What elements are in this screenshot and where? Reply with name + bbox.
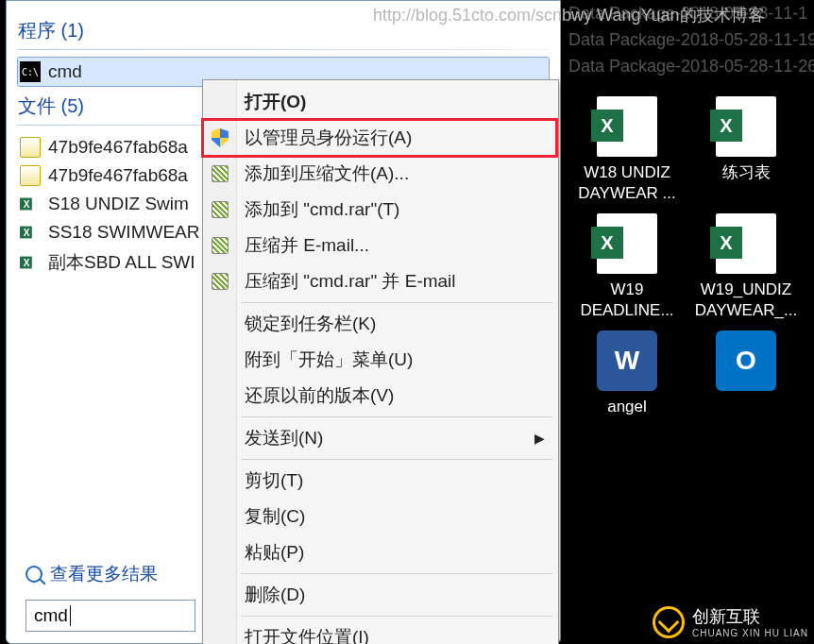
cm-label: 打开(O): [245, 90, 306, 114]
excel-icon: [716, 96, 776, 157]
cm-label: 以管理员身份运行(A): [245, 126, 412, 150]
rar-icon: [209, 162, 231, 185]
outlook-icon: O: [716, 330, 776, 391]
script-icon: [20, 137, 41, 158]
cm-label: 附到「开始」菜单(U): [245, 347, 413, 372]
see-more-label: 查看更多结果: [50, 562, 158, 586]
icon-label: W18 UNDIZ DAYWEAR ...: [570, 162, 684, 204]
rar-icon: [209, 270, 231, 293]
icon-label: angel: [607, 397, 647, 417]
icon-label: W19_UNDIZ DAYWEAR_...: [689, 280, 803, 321]
result-label: cmd: [48, 61, 82, 82]
cm-cut[interactable]: 剪切(T): [203, 463, 556, 499]
header-count: (5): [61, 95, 84, 116]
brand-logo-icon: [653, 606, 685, 638]
cm-label: 删除(D): [245, 583, 305, 607]
script-icon: [20, 165, 41, 186]
result-label: 47b9fe467fab68a: [48, 137, 188, 158]
cm-label: 锁定到任务栏(K): [245, 312, 376, 336]
see-more-results[interactable]: 查看更多结果: [25, 562, 158, 586]
cm-label: 打开文件位置(I): [245, 625, 369, 644]
cm-label: 粘贴(P): [245, 540, 304, 565]
cm-copy[interactable]: 复制(C): [203, 499, 556, 534]
cm-restore-previous[interactable]: 还原以前的版本(V): [203, 378, 556, 414]
icon-label: 练习表: [722, 162, 771, 183]
icon-label: W19 DEADLINE...: [570, 280, 684, 321]
cm-pin-taskbar[interactable]: 锁定到任务栏(K): [203, 306, 556, 342]
brand-name: 创新互联: [692, 605, 808, 628]
cm-add-to-cmd-rar[interactable]: 添加到 "cmd.rar"(T): [203, 192, 556, 228]
cm-label: 复制(C): [245, 504, 305, 529]
brand-badge: 创新互联 CHUANG XIN HU LIAN: [653, 605, 808, 638]
cm-label: 还原以前的版本(V): [245, 383, 394, 408]
bg-line: Data Package-2018-05-28-11-19: [568, 26, 808, 53]
excel-icon: [597, 96, 657, 157]
desktop-icons: W18 UNDIZ DAYWEAR ... 练习表 W19 DEADLINE..…: [563, 79, 814, 434]
cm-separator: [241, 616, 552, 617]
result-label: 47b9fe467fab68a: [48, 165, 188, 186]
cm-add-to-archive[interactable]: 添加到压缩文件(A)...: [203, 156, 556, 192]
rar-icon: [209, 198, 231, 221]
cm-label: 发送到(N): [245, 426, 323, 450]
desktop-area: Data Package-2018-05-28-11-1 Data Packag…: [563, 0, 814, 644]
cm-delete[interactable]: 删除(D): [203, 577, 556, 613]
cm-pin-start[interactable]: 附到「开始」菜单(U): [203, 342, 556, 378]
watermark-text: http://blog.51cto.com/scnbwy WangYuan的技术…: [373, 4, 765, 26]
excel-icon: [716, 213, 776, 274]
rar-icon: [209, 234, 231, 257]
cm-separator: [241, 459, 552, 460]
cmd-icon: C:\: [20, 61, 41, 82]
text-caret: [70, 605, 71, 626]
cm-open[interactable]: 打开(O): [203, 84, 556, 120]
cm-label: 压缩并 E-mail...: [245, 233, 369, 258]
brand-sub: CHUANG XIN HU LIAN: [692, 628, 808, 638]
cm-label: 添加到压缩文件(A)...: [245, 161, 409, 186]
bg-line: Data Package-2018-05-28-11-26: [568, 53, 808, 79]
cm-compress-email[interactable]: 压缩并 E-mail...: [203, 228, 556, 263]
excel-icon: X: [20, 222, 41, 243]
desktop-icon-word[interactable]: Wangel: [570, 330, 684, 417]
cm-label: 压缩到 "cmd.rar" 并 E-mail: [245, 269, 456, 294]
excel-icon: [597, 213, 657, 274]
desktop-icon-excel[interactable]: W19_UNDIZ DAYWEAR_...: [689, 213, 803, 321]
header-label: 程序: [18, 20, 56, 41]
svg-text:X: X: [24, 258, 30, 268]
desktop-icon-excel[interactable]: W19 DEADLINE...: [570, 213, 684, 321]
cm-compress-cmd-email[interactable]: 压缩到 "cmd.rar" 并 E-mail: [203, 263, 556, 299]
excel-icon: X: [20, 194, 41, 214]
cm-separator: [241, 573, 552, 574]
search-input[interactable]: cmd: [25, 600, 195, 632]
result-label: S18 UNDIZ Swim: [48, 194, 189, 214]
desktop-icon-outlook[interactable]: O: [689, 330, 803, 417]
excel-icon: X: [20, 252, 41, 273]
search-icon: [25, 566, 42, 583]
result-label: 副本SBD ALL SWI: [48, 250, 195, 275]
cm-label: 添加到 "cmd.rar"(T): [245, 197, 399, 222]
desktop-icon-excel[interactable]: 练习表: [689, 96, 803, 204]
cm-open-file-location[interactable]: 打开文件位置(I): [203, 619, 556, 644]
cm-separator: [241, 302, 552, 303]
svg-text:X: X: [24, 199, 30, 210]
cm-paste[interactable]: 粘贴(P): [203, 534, 556, 570]
word-icon: W: [597, 330, 657, 391]
cm-send-to[interactable]: 发送到(N)▶: [203, 420, 556, 456]
divider: [18, 49, 549, 50]
search-value: cmd: [34, 605, 68, 626]
result-label: SS18 SWIMWEAR: [48, 222, 199, 243]
desktop-icon-excel[interactable]: W18 UNDIZ DAYWEAR ...: [570, 96, 684, 204]
chevron-right-icon: ▶: [534, 431, 545, 446]
cm-label: 剪切(T): [245, 468, 303, 493]
context-menu: 打开(O) 以管理员身份运行(A) 添加到压缩文件(A)... 添加到 "cmd…: [202, 79, 559, 644]
shield-icon: [209, 127, 231, 149]
cm-separator: [241, 416, 552, 417]
cm-run-as-admin[interactable]: 以管理员身份运行(A): [203, 120, 556, 156]
svg-text:X: X: [24, 228, 30, 238]
header-label: 文件: [18, 95, 56, 116]
header-count: (1): [61, 20, 84, 41]
